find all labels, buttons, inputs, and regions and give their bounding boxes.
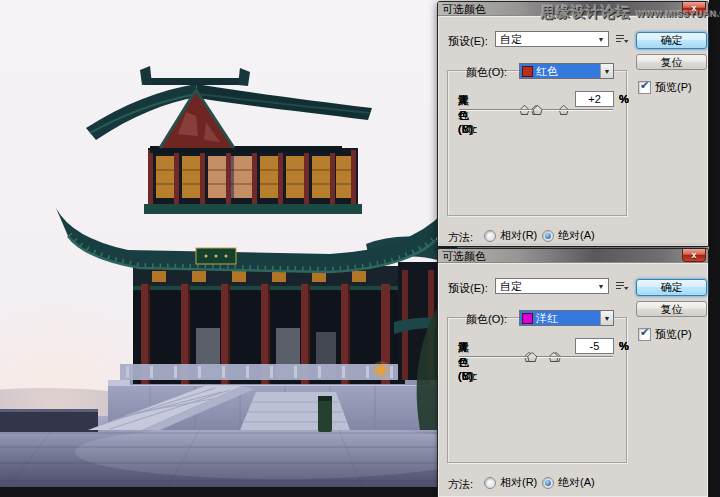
color-value: 红色 [536,64,558,79]
dialog-body: 预设(E): 自定 ▼ 确定 复位 ✔ 预览(P) 颜色(O): 洋红 [438,263,708,497]
channel-value-input[interactable] [575,338,614,354]
preset-options-icon [615,280,629,292]
preview-checkbox[interactable]: ✔ 预览(P) [638,80,692,95]
channel-label: 黑色(B): [458,340,476,382]
method-label: 方法: [448,477,473,492]
preset-options-button[interactable] [615,33,629,45]
preset-options-icon [615,33,629,45]
radio-button[interactable] [484,230,496,242]
method-radio-relative[interactable]: 相对(R) [484,228,537,243]
checkbox-box[interactable]: ✔ [638,81,651,94]
channel-value-input[interactable] [575,91,614,107]
preset-options-button[interactable] [615,280,629,292]
color-value: 洋红 [536,311,558,326]
method-row: 方法: 相对(R) 绝对(A) [438,475,708,493]
radio-label: 绝对(A) [558,228,595,243]
color-row: 颜色(O): 红色 ▼ [438,56,708,74]
check-icon: ✔ [640,79,649,92]
channel-unit: % [619,93,629,105]
radio-label: 相对(R) [500,475,537,490]
chevron-down-icon: ▼ [594,283,608,290]
check-icon: ✔ [640,326,649,339]
color-label: 颜色(O): [466,312,507,327]
slider-track[interactable] [459,356,613,358]
preset-value: 自定 [496,32,594,47]
close-button[interactable]: x [682,249,706,262]
preset-dropdown[interactable]: 自定 ▼ [495,278,609,294]
chevron-down-icon: ▼ [604,68,611,75]
radio-button[interactable] [542,477,554,489]
radio-label: 相对(R) [500,228,537,243]
color-selection: 洋红 [520,311,600,325]
color-combo-arrow-button[interactable]: ▼ [600,64,613,78]
preset-value: 自定 [496,279,594,294]
slider-track[interactable] [459,109,613,111]
close-icon: x [691,250,696,260]
dialog-titlebar[interactable]: 可选颜色 x [438,2,708,16]
color-selection: 红色 [520,64,600,78]
method-radio-relative[interactable]: 相对(R) [484,475,537,490]
radio-label: 绝对(A) [558,475,595,490]
method-row: 方法: 相对(R) 绝对(A) [438,228,708,246]
radio-button[interactable] [484,477,496,489]
preset-label: 预设(E): [448,34,488,49]
dialog-title: 可选颜色 [438,250,486,262]
preview-label: 预览(P) [655,80,692,95]
method-label: 方法: [448,230,473,245]
preview-checkbox[interactable]: ✔ 预览(P) [638,327,692,342]
dialog-title: 可选颜色 [438,3,486,15]
dialog-body: 预设(E): 自定 ▼ 确定 复位 ✔ 预览(P) 颜色(O): 红色 [438,16,708,246]
preset-dropdown[interactable]: 自定 ▼ [495,31,609,47]
color-combobox[interactable]: 红色 ▼ [519,63,614,79]
color-combo-arrow-button[interactable]: ▼ [600,311,613,325]
close-button[interactable]: x [682,2,706,15]
method-radio-absolute[interactable]: 绝对(A) [542,228,595,243]
channel-label: 黑色(B): [458,93,476,135]
selective-color-dialog-1: 可选颜色 x 预设(E): 自定 ▼ 确定 复位 ✔ 预览(P) 颜色(O): [437,1,709,247]
photoshop-workspace: 可选颜色 x 预设(E): 自定 ▼ 确定 复位 ✔ 预览(P) 颜色(O): [0,0,720,497]
dialog-titlebar[interactable]: 可选颜色 x [438,249,708,263]
color-swatch [522,66,533,77]
channel-unit: % [619,340,629,352]
chevron-down-icon: ▼ [594,36,608,43]
preset-label: 预设(E): [448,281,488,296]
ok-button[interactable]: 确定 [636,32,707,49]
chevron-down-icon: ▼ [604,315,611,322]
color-row: 颜色(O): 洋红 ▼ [438,303,708,321]
color-combobox[interactable]: 洋红 ▼ [519,310,614,326]
selective-color-dialog-2: 可选颜色 x 预设(E): 自定 ▼ 确定 复位 ✔ 预览(P) 颜色(O): [437,248,709,497]
close-icon: x [691,3,696,13]
color-label: 颜色(O): [466,65,507,80]
radio-button[interactable] [542,230,554,242]
ok-button[interactable]: 确定 [636,279,707,296]
preview-label: 预览(P) [655,327,692,342]
color-swatch [522,313,533,324]
method-radio-absolute[interactable]: 绝对(A) [542,475,595,490]
checkbox-box[interactable]: ✔ [638,328,651,341]
